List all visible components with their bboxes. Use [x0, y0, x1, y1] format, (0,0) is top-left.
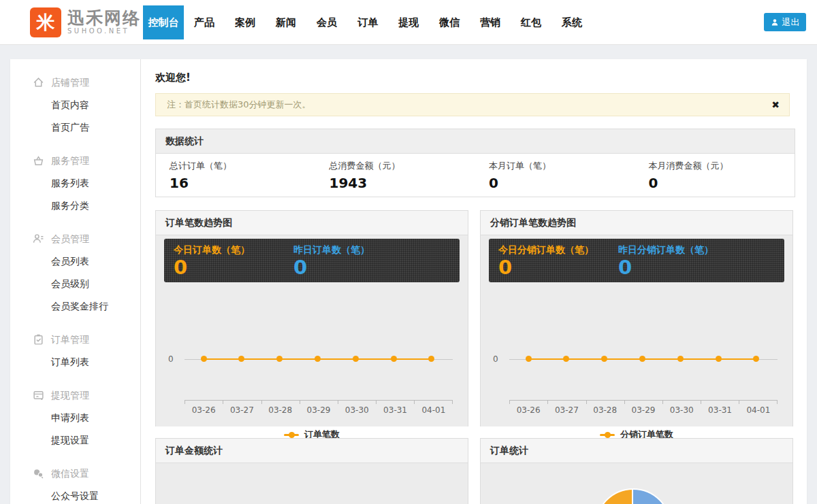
axis-tick: [586, 401, 587, 404]
x-tick-label: 03-27: [547, 405, 586, 415]
yesterday-dist-orders: 昨日分销订单数（笔） 0: [618, 244, 714, 278]
order-stat-panel: 订单统计: [480, 438, 793, 504]
stat-label: 总消费金额（元）: [330, 160, 476, 172]
brand-text: 迅禾网络 SUHOO.NET: [67, 10, 141, 35]
yesterday-dist-orders-label: 昨日分销订单数（笔）: [618, 244, 714, 256]
order-trend-title: 订单笔数趋势图: [156, 211, 468, 235]
sidebar-header-member: 会员管理: [10, 228, 140, 250]
sidebar-item-order-list[interactable]: 订单列表: [10, 351, 140, 373]
close-icon[interactable]: ✖: [771, 94, 780, 116]
yesterday-orders: 昨日订单数（笔） 0: [293, 244, 370, 278]
nav-item-redpacket[interactable]: 红包: [511, 5, 551, 39]
pie-slice-divider: [632, 488, 633, 504]
sidebar-item-member-bonus-rank[interactable]: 会员奖金排行: [10, 295, 140, 318]
sidebar-item-apply-list[interactable]: 申请列表: [10, 407, 140, 429]
nav-item-orders[interactable]: 订单: [347, 5, 388, 39]
x-tick-label: 03-26: [509, 405, 547, 415]
x-axis: [185, 400, 453, 401]
data-point: [201, 356, 207, 362]
today-orders-label: 今日订单数（笔）: [174, 244, 250, 256]
sidebar-section-member: 会员管理 会员列表 会员级别 会员奖金排行: [10, 228, 140, 318]
sidebar-section-wechat: 微信设置 公众号设置: [10, 463, 140, 504]
data-point: [353, 356, 359, 362]
order-trend-chart: 今日订单数（笔） 0 昨日订单数（笔） 0 0: [156, 235, 468, 426]
sidebar: 店铺管理 首页内容 首页广告 服务管理 服务列表 服务分类 会员管理 会员列表 …: [10, 59, 141, 504]
today-dist-orders-label: 今日分销订单数（笔）: [498, 244, 594, 256]
x-tick-label: 03-29: [300, 405, 338, 415]
dist-trend-chart: 今日分销订单数（笔） 0 昨日分销订单数（笔） 0 0: [481, 235, 792, 426]
x-axis-labels: 03-26 03-27 03-28 03-29 03-30 03-31 04-0…: [509, 405, 778, 415]
stats-body: 总计订单（笔） 16 总消费金额（元） 1943 本月订单（笔） 0 本月消费金…: [156, 154, 795, 197]
logout-button[interactable]: 退出: [764, 13, 806, 31]
logout-label: 退出: [782, 16, 800, 29]
data-point: [753, 356, 759, 362]
stat-total-orders: 总计订单（笔） 16: [156, 154, 316, 197]
sidebar-item-service-category[interactable]: 服务分类: [10, 195, 140, 217]
sidebar-item-homepage-content[interactable]: 首页内容: [10, 94, 140, 116]
stat-value: 1943: [330, 175, 476, 191]
stats-panel: 数据统计 总计订单（笔） 16 总消费金额（元） 1943 本月订单（笔） 0 …: [155, 129, 795, 197]
data-point: [601, 356, 607, 362]
x-tick-label: 04-01: [739, 405, 778, 415]
sidebar-item-official-account-settings[interactable]: 公众号设置: [10, 485, 140, 504]
stat-label: 本月订单（笔）: [489, 160, 635, 172]
sidebar-section-withdraw: 提现管理 申请列表 提现设置: [10, 384, 140, 452]
x-tick-label: 03-29: [624, 405, 662, 415]
member-icon: [33, 233, 44, 245]
yesterday-orders-value: 0: [293, 256, 370, 278]
main-nav: 控制台 产品 案例 新闻 会员 订单 提现 微信 营销 红包 系统: [143, 5, 592, 39]
sidebar-item-member-list[interactable]: 会员列表: [10, 250, 140, 273]
x-tick-label: 03-28: [261, 405, 300, 415]
order-trend-panel: 订单笔数趋势图 今日订单数（笔） 0 昨日订单数（笔） 0 0: [155, 210, 468, 426]
sidebar-header-shop: 店铺管理: [10, 71, 140, 94]
today-dist-orders: 今日分销订单数（笔） 0: [498, 244, 594, 278]
person-icon: [771, 18, 779, 27]
sidebar-item-homepage-ads[interactable]: 首页广告: [10, 116, 140, 139]
data-point: [716, 356, 722, 362]
x-axis-labels: 03-26 03-27 03-28 03-29 03-30 03-31 04-0…: [185, 405, 453, 415]
x-tick-label: 04-01: [415, 405, 453, 415]
stat-total-amount: 总消费金额（元） 1943: [316, 154, 476, 197]
order-trend-summary-box: 今日订单数（笔） 0 昨日订单数（笔） 0: [164, 239, 460, 282]
today-orders: 今日订单数（笔） 0: [174, 244, 250, 278]
sidebar-section-shop: 店铺管理 首页内容 首页广告: [10, 71, 140, 139]
dist-trend-summary-box: 今日分销订单数（笔） 0 昨日分销订单数（笔） 0: [489, 239, 784, 282]
axis-tick: [223, 401, 223, 404]
legend-marker-icon: [600, 434, 615, 436]
nav-item-products[interactable]: 产品: [184, 5, 225, 39]
sidebar-item-withdraw-settings[interactable]: 提现设置: [10, 429, 140, 452]
stat-value: 0: [489, 175, 635, 191]
nav-item-console[interactable]: 控制台: [143, 5, 184, 39]
sidebar-item-service-list[interactable]: 服务列表: [10, 172, 140, 195]
order-stat-chart-area: [481, 463, 792, 504]
x-tick-label: 03-31: [701, 405, 739, 415]
sidebar-section-title: 店铺管理: [51, 77, 89, 89]
notice-text: 注：首页统计数据30分钟更新一次。: [167, 99, 311, 110]
stat-value: 16: [170, 175, 316, 191]
sidebar-section-title: 提现管理: [51, 390, 89, 402]
axis-tick: [739, 401, 739, 404]
nav-item-wechat[interactable]: 微信: [429, 5, 470, 39]
nav-item-marketing[interactable]: 营销: [470, 5, 511, 39]
clipboard-check-icon: [33, 334, 44, 346]
brand-name-en: SUHOO.NET: [67, 27, 141, 35]
notice-bar: 注：首页统计数据30分钟更新一次。 ✖: [155, 93, 790, 116]
logo-icon: 米: [30, 7, 61, 37]
stat-label: 本月消费金额（元）: [649, 160, 795, 172]
nav-item-news[interactable]: 新闻: [266, 5, 306, 39]
axis-tick: [414, 401, 415, 404]
nav-item-members[interactable]: 会员: [306, 5, 347, 39]
sidebar-section-title: 会员管理: [51, 233, 89, 246]
brand-logo[interactable]: 米 迅禾网络 SUHOO.NET: [30, 7, 141, 37]
axis-tick: [338, 401, 338, 404]
axis-tick: [261, 401, 262, 404]
nav-item-withdraw[interactable]: 提现: [388, 5, 429, 39]
x-tick-label: 03-26: [185, 405, 223, 415]
nav-item-cases[interactable]: 案例: [225, 5, 266, 39]
basket-icon: [33, 155, 44, 167]
sidebar-item-member-level[interactable]: 会员级别: [10, 273, 140, 295]
nav-item-system[interactable]: 系统: [551, 5, 592, 39]
axis-tick: [376, 401, 377, 404]
welcome-heading: 欢迎您!: [155, 71, 191, 84]
home-icon: [33, 77, 44, 88]
